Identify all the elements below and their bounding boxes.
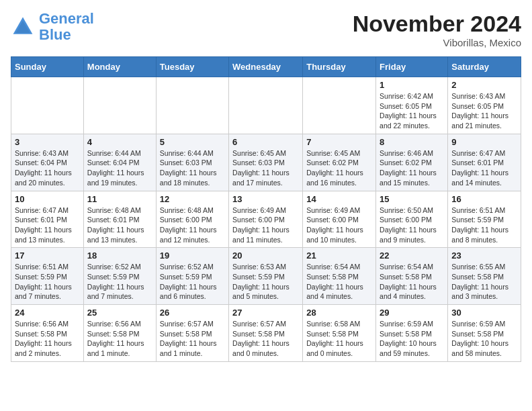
calendar-cell: 23Sunrise: 6:55 AM Sunset: 5:58 PM Dayli… [448,248,521,305]
day-number: 4 [87,137,152,147]
day-info: Sunrise: 6:47 AM Sunset: 6:01 PM Dayligh… [15,205,80,245]
calendar-cell: 18Sunrise: 6:52 AM Sunset: 5:59 PM Dayli… [83,248,156,305]
weekday-wednesday: Wednesday [229,57,303,77]
day-number: 7 [306,137,372,147]
week-row-3: 10Sunrise: 6:47 AM Sunset: 6:01 PM Dayli… [11,191,521,248]
calendar-cell: 8Sunrise: 6:46 AM Sunset: 6:02 PM Daylig… [376,134,448,191]
day-info: Sunrise: 6:57 AM Sunset: 5:58 PM Dayligh… [232,319,299,359]
day-info: Sunrise: 6:49 AM Sunset: 6:00 PM Dayligh… [306,205,372,245]
calendar-cell: 17Sunrise: 6:51 AM Sunset: 5:59 PM Dayli… [11,248,84,305]
calendar-cell: 27Sunrise: 6:57 AM Sunset: 5:58 PM Dayli… [229,305,303,362]
calendar-cell [303,77,376,134]
logo-icon [11,15,35,39]
calendar-cell: 20Sunrise: 6:53 AM Sunset: 5:59 PM Dayli… [229,248,303,305]
day-number: 6 [232,137,299,147]
logo-text: General Blue [39,11,94,43]
weekday-thursday: Thursday [303,57,376,77]
day-info: Sunrise: 6:54 AM Sunset: 5:58 PM Dayligh… [380,262,444,302]
day-info: Sunrise: 6:57 AM Sunset: 5:58 PM Dayligh… [160,319,225,359]
day-info: Sunrise: 6:47 AM Sunset: 6:01 PM Dayligh… [451,148,517,188]
calendar-cell: 3Sunrise: 6:43 AM Sunset: 6:04 PM Daylig… [11,134,84,191]
day-number: 3 [15,137,80,147]
day-info: Sunrise: 6:59 AM Sunset: 5:58 PM Dayligh… [380,319,444,359]
day-number: 1 [380,80,444,90]
week-row-4: 17Sunrise: 6:51 AM Sunset: 5:59 PM Dayli… [11,248,521,305]
calendar-cell [229,77,303,134]
day-number: 21 [306,250,372,261]
day-number: 8 [380,137,444,147]
day-info: Sunrise: 6:45 AM Sunset: 6:02 PM Dayligh… [306,148,372,188]
day-number: 5 [160,137,225,147]
day-info: Sunrise: 6:53 AM Sunset: 5:59 PM Dayligh… [232,262,299,302]
day-info: Sunrise: 6:42 AM Sunset: 6:05 PM Dayligh… [380,91,444,131]
weekday-friday: Friday [376,57,448,77]
day-number: 10 [15,194,80,204]
calendar-cell: 9Sunrise: 6:47 AM Sunset: 6:01 PM Daylig… [448,134,521,191]
title-block: November 2024 Viborillas, Mexico [353,11,521,48]
day-info: Sunrise: 6:56 AM Sunset: 5:58 PM Dayligh… [15,319,80,359]
day-number: 16 [451,194,517,204]
day-info: Sunrise: 6:46 AM Sunset: 6:02 PM Dayligh… [380,148,444,188]
location: Viborillas, Mexico [353,37,521,48]
day-number: 27 [232,308,299,318]
day-number: 13 [232,194,299,204]
day-number: 25 [87,308,152,318]
calendar-cell: 14Sunrise: 6:49 AM Sunset: 6:00 PM Dayli… [303,191,376,248]
weekday-tuesday: Tuesday [156,57,228,77]
day-info: Sunrise: 6:50 AM Sunset: 6:00 PM Dayligh… [380,205,444,245]
logo: General Blue [11,11,94,43]
calendar-cell: 30Sunrise: 6:59 AM Sunset: 5:58 PM Dayli… [448,305,521,362]
day-info: Sunrise: 6:59 AM Sunset: 5:58 PM Dayligh… [451,319,517,359]
day-info: Sunrise: 6:52 AM Sunset: 5:59 PM Dayligh… [160,262,225,302]
day-number: 9 [451,137,517,147]
calendar-cell: 13Sunrise: 6:49 AM Sunset: 6:00 PM Dayli… [229,191,303,248]
day-info: Sunrise: 6:43 AM Sunset: 6:04 PM Dayligh… [15,148,80,188]
calendar-cell: 26Sunrise: 6:57 AM Sunset: 5:58 PM Dayli… [156,305,228,362]
day-info: Sunrise: 6:43 AM Sunset: 6:05 PM Dayligh… [451,91,517,131]
day-info: Sunrise: 6:49 AM Sunset: 6:00 PM Dayligh… [232,205,299,245]
calendar-cell [11,77,84,134]
day-number: 30 [451,308,517,318]
day-number: 12 [160,194,225,204]
day-number: 28 [306,308,372,318]
calendar-cell: 2Sunrise: 6:43 AM Sunset: 6:05 PM Daylig… [448,77,521,134]
calendar-cell [156,77,228,134]
calendar-cell: 29Sunrise: 6:59 AM Sunset: 5:58 PM Dayli… [376,305,448,362]
calendar-cell: 15Sunrise: 6:50 AM Sunset: 6:00 PM Dayli… [376,191,448,248]
day-info: Sunrise: 6:48 AM Sunset: 6:00 PM Dayligh… [160,205,225,245]
day-info: Sunrise: 6:48 AM Sunset: 6:01 PM Dayligh… [87,205,152,245]
calendar-cell: 21Sunrise: 6:54 AM Sunset: 5:58 PM Dayli… [303,248,376,305]
calendar-cell: 1Sunrise: 6:42 AM Sunset: 6:05 PM Daylig… [376,77,448,134]
day-number: 19 [160,250,225,261]
week-row-1: 1Sunrise: 6:42 AM Sunset: 6:05 PM Daylig… [11,77,521,134]
day-info: Sunrise: 6:56 AM Sunset: 5:58 PM Dayligh… [87,319,152,359]
weekday-saturday: Saturday [448,57,521,77]
calendar-cell: 5Sunrise: 6:44 AM Sunset: 6:03 PM Daylig… [156,134,228,191]
calendar-cell: 19Sunrise: 6:52 AM Sunset: 5:59 PM Dayli… [156,248,228,305]
week-row-5: 24Sunrise: 6:56 AM Sunset: 5:58 PM Dayli… [11,305,521,362]
calendar-cell: 22Sunrise: 6:54 AM Sunset: 5:58 PM Dayli… [376,248,448,305]
calendar-cell: 12Sunrise: 6:48 AM Sunset: 6:00 PM Dayli… [156,191,228,248]
day-number: 14 [306,194,372,204]
day-info: Sunrise: 6:58 AM Sunset: 5:58 PM Dayligh… [306,319,372,359]
day-info: Sunrise: 6:45 AM Sunset: 6:03 PM Dayligh… [232,148,299,188]
calendar-cell: 6Sunrise: 6:45 AM Sunset: 6:03 PM Daylig… [229,134,303,191]
weekday-monday: Monday [83,57,156,77]
calendar-cell: 4Sunrise: 6:44 AM Sunset: 6:04 PM Daylig… [83,134,156,191]
calendar-cell [83,77,156,134]
calendar-cell: 24Sunrise: 6:56 AM Sunset: 5:58 PM Dayli… [11,305,84,362]
calendar-cell: 28Sunrise: 6:58 AM Sunset: 5:58 PM Dayli… [303,305,376,362]
calendar-cell: 7Sunrise: 6:45 AM Sunset: 6:02 PM Daylig… [303,134,376,191]
day-number: 29 [380,308,444,318]
day-info: Sunrise: 6:55 AM Sunset: 5:58 PM Dayligh… [451,262,517,302]
day-info: Sunrise: 6:51 AM Sunset: 5:59 PM Dayligh… [451,205,517,245]
calendar-cell: 10Sunrise: 6:47 AM Sunset: 6:01 PM Dayli… [11,191,84,248]
day-number: 22 [380,250,444,261]
day-number: 18 [87,250,152,261]
day-number: 2 [451,80,517,90]
day-number: 23 [451,250,517,261]
day-number: 24 [15,308,80,318]
day-info: Sunrise: 6:54 AM Sunset: 5:58 PM Dayligh… [306,262,372,302]
day-number: 11 [87,194,152,204]
calendar-table: SundayMondayTuesdayWednesdayThursdayFrid… [11,56,521,362]
